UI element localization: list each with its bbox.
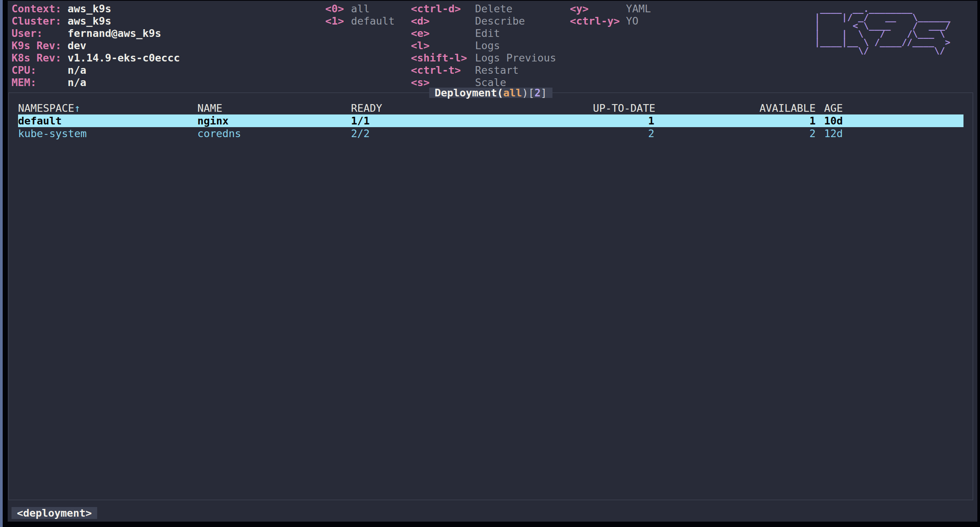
info-value: aws_k9s (68, 3, 111, 15)
cell-up-to-date: 2 (593, 127, 654, 140)
footer: <deployment> (8, 500, 977, 522)
column-header-age[interactable]: AGE (816, 102, 963, 114)
deployment-panel: Deployment(all)[2] NAMESPACE↑ NAME READY… (8, 93, 973, 500)
hotkey-label: YAML (626, 3, 651, 15)
info-label: K8s Rev: (12, 52, 68, 64)
hotkey-item: <1> default (325, 15, 411, 27)
hotkey-label: Logs (475, 40, 500, 52)
k9s-ascii-art: ____ __.________ | |/ _/ __ \______ | < … (814, 5, 950, 55)
info-label: CPU: (12, 64, 68, 76)
cell-available: 1 (654, 114, 816, 127)
hotkey-label: all (351, 3, 370, 15)
cell-ready: 2/2 (351, 127, 593, 140)
column-header-name[interactable]: NAME (197, 102, 351, 114)
hotkey-label: default (351, 15, 395, 27)
hotkey-key: <shift-l> (411, 52, 475, 64)
cell-namespace: default (18, 114, 197, 127)
hotkey-key: <d> (411, 15, 475, 27)
info-row-context: Context: aws_k9s (12, 3, 325, 15)
panel-title: Deployment(all)[2] (429, 88, 553, 98)
hotkey-menu-views: <y> YAML <ctrl-y> YO (570, 3, 697, 93)
title-paren-close: ) (522, 87, 528, 99)
k9s-terminal: Context: aws_k9s Cluster: aws_k9s User: … (8, 1, 977, 522)
info-label: Cluster: (12, 15, 68, 27)
cell-age: 12d (816, 127, 963, 140)
title-paren-open: ( (497, 87, 503, 99)
info-row-cluster: Cluster: aws_k9s (12, 15, 325, 27)
hotkey-key: <1> (325, 15, 351, 27)
info-label: K9s Rev: (12, 40, 68, 52)
cell-available: 2 (654, 127, 816, 140)
info-value: fernand@aws_k9s (68, 27, 161, 40)
title-namespace: all (503, 87, 522, 99)
info-value: v1.14.9-eks-c0eccc (68, 52, 180, 64)
hotkey-key: <e> (411, 27, 475, 40)
hotkey-label: Edit (475, 27, 500, 40)
info-label: MEM: (12, 76, 68, 89)
hotkey-label: Delete (475, 3, 513, 15)
hotkey-item: <shift-l> Logs Previous (411, 52, 570, 64)
window-edge-strip (0, 0, 3, 527)
column-header-available[interactable]: AVAILABLE (654, 102, 816, 114)
info-value: dev (68, 40, 86, 52)
k9s-logo: ____ __.________ | |/ _/ __ \______ | < … (814, 3, 977, 93)
hotkey-label: YO (626, 15, 639, 27)
title-bracket-close: ] (541, 87, 547, 99)
hotkey-key: <ctrl-t> (411, 64, 475, 76)
hotkey-label: Restart (475, 64, 519, 76)
title-resource: Deployment (435, 87, 497, 99)
cell-name: coredns (197, 127, 351, 140)
column-header-up-to-date[interactable]: UP-TO-DATE (593, 102, 654, 114)
info-value: n/a (68, 64, 86, 76)
hotkey-key: <l> (411, 40, 475, 52)
hotkey-menu-actions: <ctrl-d> Delete <d> Describe <e> Edit <l… (411, 3, 570, 93)
hotkey-item: <ctrl-y> YO (570, 15, 697, 27)
info-row-mem: MEM: n/a (12, 76, 325, 89)
hotkey-key: <ctrl-y> (570, 15, 626, 27)
column-header-namespace[interactable]: NAMESPACE↑ (18, 102, 197, 114)
table-row-nginx[interactable]: default nginx 1/1 1 1 10d (18, 114, 963, 127)
column-header-ready[interactable]: READY (351, 102, 593, 114)
hotkey-label: Logs Previous (475, 52, 556, 64)
hotkey-item: <0> all (325, 3, 411, 15)
info-value: aws_k9s (68, 15, 111, 27)
deployment-table: NAMESPACE↑ NAME READY UP-TO-DATE AVAILAB… (9, 93, 973, 140)
cell-ready: 1/1 (351, 114, 593, 127)
sort-arrow-icon: ↑ (74, 102, 80, 114)
table-row-coredns[interactable]: kube-system coredns 2/2 2 2 12d (18, 127, 963, 140)
breadcrumb-deployment[interactable]: <deployment> (12, 507, 97, 519)
hotkey-item: <ctrl-d> Delete (411, 3, 570, 15)
hotkey-key: <0> (325, 3, 351, 15)
info-row-k9s-rev: K9s Rev: dev (12, 40, 325, 52)
cell-age: 10d (816, 114, 963, 127)
info-row-user: User: fernand@aws_k9s (12, 27, 325, 40)
cell-namespace: kube-system (18, 127, 197, 140)
info-row-cpu: CPU: n/a (12, 64, 325, 76)
info-value: n/a (68, 76, 86, 89)
hotkey-key: <ctrl-d> (411, 3, 475, 15)
info-row-k8s-rev: K8s Rev: v1.14.9-eks-c0eccc (12, 52, 325, 64)
hotkey-item: <d> Describe (411, 15, 570, 27)
hotkey-item: <ctrl-t> Restart (411, 64, 570, 76)
hotkey-item: <y> YAML (570, 3, 697, 15)
title-count: 2 (535, 87, 541, 99)
title-bracket-open: [ (528, 87, 535, 99)
hotkey-key: <y> (570, 3, 626, 15)
header: Context: aws_k9s Cluster: aws_k9s User: … (8, 1, 977, 93)
hotkey-item: <e> Edit (411, 27, 570, 40)
cell-name: nginx (197, 114, 351, 127)
info-label: User: (12, 27, 68, 40)
info-label: Context: (12, 3, 68, 15)
cell-up-to-date: 1 (593, 114, 654, 127)
cluster-info: Context: aws_k9s Cluster: aws_k9s User: … (12, 3, 325, 93)
table-header-row: NAMESPACE↑ NAME READY UP-TO-DATE AVAILAB… (18, 102, 963, 114)
hotkey-label: Describe (475, 15, 525, 27)
hotkey-item: <l> Logs (411, 40, 570, 52)
hotkey-menu-namespaces: <0> all <1> default (325, 3, 411, 93)
